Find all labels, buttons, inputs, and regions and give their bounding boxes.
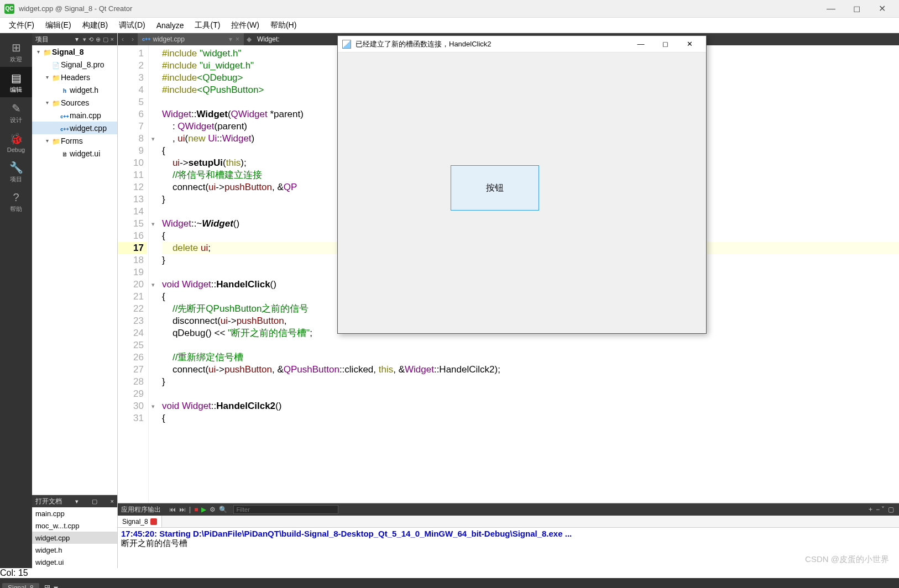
menu-构建(B)[interactable]: 构建(B)	[77, 19, 114, 32]
close-button[interactable]: ✕	[869, 0, 895, 18]
fold-toggle[interactable]	[149, 181, 158, 193]
fold-toggle[interactable]	[149, 376, 158, 388]
overlay-close-button[interactable]: ✕	[677, 36, 702, 53]
fold-toggle[interactable]	[149, 303, 158, 315]
tree-node-Sources[interactable]: ▾Sources	[32, 96, 117, 109]
tree-node-Forms[interactable]: ▾Forms	[32, 134, 117, 147]
line-number[interactable]: 29	[118, 388, 147, 400]
tree-node-Signal_8[interactable]: ▾Signal_8	[32, 45, 117, 58]
line-number[interactable]: 4	[118, 84, 147, 96]
fold-toggle[interactable]	[149, 193, 158, 206]
open-doc-moc_w...t.cpp[interactable]: moc_w...t.cpp	[32, 519, 117, 532]
minus-icon[interactable]: −	[876, 506, 880, 513]
sync-icon[interactable]: ⊕	[96, 36, 101, 43]
menu-控件(W)[interactable]: 控件(W)	[226, 19, 265, 32]
line-number[interactable]: 15	[118, 218, 147, 230]
monitor-icon[interactable]: 🖥 ▾	[43, 583, 58, 589]
line-number[interactable]: 21	[118, 291, 147, 303]
minimize-button[interactable]: —	[818, 0, 844, 18]
twisty-icon[interactable]: ▾	[43, 99, 51, 106]
rail-帮助[interactable]: ?帮助	[0, 187, 32, 217]
editor-tab-widget-cpp[interactable]: c++ widget.cpp ▾ ×	[138, 33, 244, 45]
tree-node-main.cpp[interactable]: main.cpp	[32, 109, 117, 122]
open-doc-main.cpp[interactable]: main.cpp	[32, 507, 117, 519]
fold-toggle[interactable]	[149, 315, 158, 327]
line-gutter[interactable]: 1234567891011121314151617181920212223242…	[118, 45, 149, 503]
fold-toggle[interactable]	[149, 351, 158, 364]
line-number[interactable]: 2	[118, 60, 147, 72]
code-line[interactable]: void Widget::HandelCilck2()	[162, 400, 899, 412]
settings-icon[interactable]: ⚙	[210, 506, 216, 513]
code-line[interactable]: {	[162, 412, 899, 424]
fold-toggle[interactable]	[149, 364, 158, 376]
nav-back-icon[interactable]: ‹	[118, 35, 128, 43]
close-tab-icon[interactable]	[150, 518, 157, 525]
line-number[interactable]: 27	[118, 364, 147, 376]
run-icon[interactable]: ▶	[201, 506, 206, 513]
line-number[interactable]: 3	[118, 72, 147, 84]
link-icon[interactable]: ⟲	[88, 36, 93, 43]
line-number[interactable]: 6	[118, 108, 147, 120]
chevron-down-icon[interactable]: ▾	[229, 35, 232, 43]
line-number[interactable]: 20	[118, 279, 147, 291]
line-number[interactable]: 13	[118, 193, 147, 206]
running-app-window[interactable]: 已经建立了新的槽函数连接，HandelClick2 — ◻ ✕ 按钮	[337, 35, 707, 334]
maximize-button[interactable]: ◻	[844, 0, 869, 18]
line-number[interactable]: 16	[118, 230, 147, 242]
line-number[interactable]: 1	[118, 48, 147, 60]
line-number[interactable]: 24	[118, 327, 147, 339]
line-number[interactable]: 9	[118, 145, 147, 157]
fold-toggle[interactable]: ▾	[149, 218, 158, 230]
line-number[interactable]: 17	[118, 242, 147, 254]
rail-项目[interactable]: 🔧项目	[0, 156, 32, 187]
chevron-down-icon[interactable]: ▾	[75, 35, 79, 43]
fold-toggle[interactable]: ▾	[149, 279, 158, 291]
plus-icon[interactable]: +	[869, 506, 872, 513]
close-panel-icon[interactable]: ▢	[888, 506, 894, 513]
line-number[interactable]: 14	[118, 206, 147, 218]
menu-文件(F)[interactable]: 文件(F)	[3, 19, 40, 32]
line-number[interactable]: 12	[118, 181, 147, 193]
rail-欢迎[interactable]: ⊞欢迎	[0, 36, 32, 67]
twisty-icon[interactable]: ▾	[43, 138, 51, 144]
fold-toggle[interactable]	[149, 169, 158, 181]
tree-node-Headers[interactable]: ▾Headers	[32, 71, 117, 83]
line-number[interactable]: 31	[118, 412, 147, 424]
rail-编辑[interactable]: ▤编辑	[0, 67, 32, 97]
overlay-titlebar[interactable]: 已经建立了新的槽函数连接，HandelClick2 — ◻ ✕	[338, 36, 706, 53]
filter-icon[interactable]: ▾	[83, 36, 86, 43]
twisty-icon[interactable]: ▾	[43, 74, 51, 80]
fold-toggle[interactable]	[149, 339, 158, 351]
open-doc-widget.cpp[interactable]: widget.cpp	[32, 532, 117, 544]
fold-toggle[interactable]	[149, 206, 158, 218]
output-tab-signal8[interactable]: Signal_8	[118, 516, 162, 527]
line-number[interactable]: 25	[118, 339, 147, 351]
line-number[interactable]: 5	[118, 96, 147, 108]
overlay-maximize-button[interactable]: ◻	[653, 36, 677, 53]
overlay-minimize-button[interactable]: —	[629, 36, 653, 53]
line-number[interactable]: 10	[118, 157, 147, 169]
line-number[interactable]: 23	[118, 315, 147, 327]
output-body[interactable]: 17:45:20: Starting D:\PiDanFile\PiDanQT\…	[118, 528, 899, 568]
chevron-down-icon[interactable]: ▾	[75, 498, 79, 505]
fold-toggle[interactable]	[149, 254, 158, 266]
line-number[interactable]: 26	[118, 351, 147, 364]
split-icon[interactable]: ▢	[92, 498, 97, 505]
fold-toggle[interactable]	[149, 120, 158, 133]
line-number[interactable]: 19	[118, 266, 147, 279]
fold-toggle[interactable]	[149, 291, 158, 303]
open-doc-widget.ui[interactable]: widget.ui	[32, 556, 117, 568]
fold-toggle[interactable]	[149, 108, 158, 120]
fold-toggle[interactable]: ▾	[149, 133, 158, 145]
menu-帮助(H)[interactable]: 帮助(H)	[265, 19, 302, 32]
fold-column[interactable]: ▾▾▾▾	[149, 45, 158, 503]
fold-toggle[interactable]	[149, 242, 158, 254]
status-project[interactable]: Signal_8	[2, 583, 39, 588]
rail-Debug[interactable]: 🐞Debug	[0, 128, 32, 156]
fold-toggle[interactable]	[149, 60, 158, 72]
line-number[interactable]: 22	[118, 303, 147, 315]
stop-icon[interactable]: ■	[194, 506, 198, 513]
fold-toggle[interactable]	[149, 327, 158, 339]
line-number[interactable]: 28	[118, 376, 147, 388]
fold-toggle[interactable]	[149, 48, 158, 60]
